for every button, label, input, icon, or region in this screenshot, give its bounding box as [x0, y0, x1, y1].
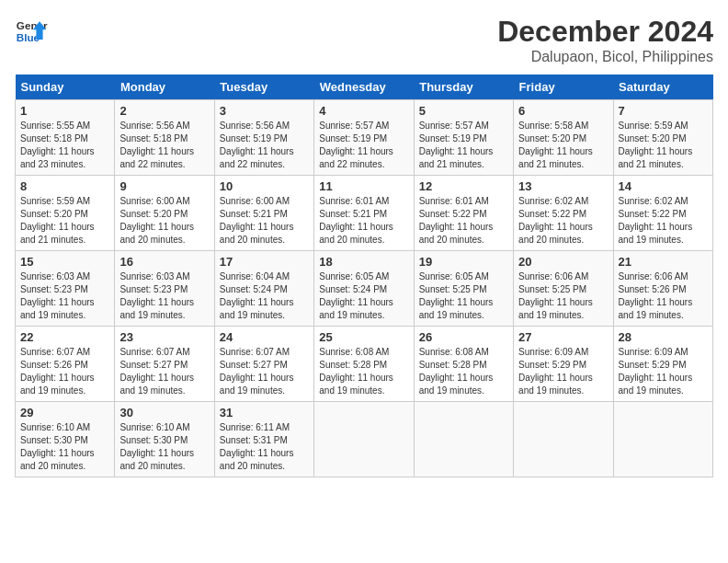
day-cell: 23 Sunrise: 6:07 AMSunset: 5:27 PMDaylig… [115, 327, 214, 402]
day-number: 7 [619, 104, 708, 118]
day-cell: 11 Sunrise: 6:01 AMSunset: 5:21 PMDaylig… [314, 176, 414, 251]
day-cell: 5 Sunrise: 5:57 AMSunset: 5:19 PMDayligh… [414, 100, 513, 176]
title-area: December 2024 Dalupaon, Bicol, Philippin… [497, 15, 713, 65]
day-info: Sunrise: 6:05 AMSunset: 5:24 PMDaylight:… [319, 271, 393, 320]
day-info: Sunrise: 6:06 AMSunset: 5:26 PMDaylight:… [619, 271, 693, 320]
day-number: 12 [419, 179, 508, 193]
day-info: Sunrise: 6:00 AMSunset: 5:21 PMDaylight:… [220, 196, 294, 245]
svg-text:General: General [17, 19, 48, 31]
day-number: 22 [20, 330, 109, 344]
day-cell: 21 Sunrise: 6:06 AMSunset: 5:26 PMDaylig… [613, 251, 712, 327]
day-cell [613, 402, 712, 477]
day-number: 17 [220, 255, 309, 269]
day-number: 14 [619, 179, 708, 193]
month-title: December 2024 [497, 15, 713, 49]
logo: General Blue [15, 15, 48, 48]
day-cell: 16 Sunrise: 6:03 AMSunset: 5:23 PMDaylig… [115, 251, 214, 327]
day-cell [514, 402, 613, 477]
day-info: Sunrise: 6:09 AMSunset: 5:29 PMDaylight:… [619, 347, 693, 396]
week-row-1: 1 Sunrise: 5:55 AMSunset: 5:18 PMDayligh… [16, 100, 713, 176]
day-cell: 9 Sunrise: 6:00 AMSunset: 5:20 PMDayligh… [115, 176, 214, 251]
day-info: Sunrise: 6:07 AMSunset: 5:27 PMDaylight:… [119, 347, 194, 396]
day-cell: 24 Sunrise: 6:07 AMSunset: 5:27 PMDaylig… [214, 327, 313, 402]
day-info: Sunrise: 6:06 AMSunset: 5:25 PMDaylight:… [518, 271, 593, 320]
day-info: Sunrise: 5:57 AMSunset: 5:19 PMDaylight:… [419, 121, 494, 169]
day-info: Sunrise: 6:02 AMSunset: 5:22 PMDaylight:… [518, 196, 593, 245]
day-info: Sunrise: 6:01 AMSunset: 5:22 PMDaylight:… [419, 196, 494, 245]
col-header-thursday: Thursday [414, 75, 513, 100]
day-number: 24 [220, 330, 309, 344]
day-number: 2 [119, 104, 209, 118]
day-info: Sunrise: 5:56 AMSunset: 5:18 PMDaylight:… [119, 121, 194, 169]
day-info: Sunrise: 6:00 AMSunset: 5:20 PMDaylight:… [119, 196, 194, 245]
day-cell: 1 Sunrise: 5:55 AMSunset: 5:18 PMDayligh… [16, 100, 115, 176]
day-number: 15 [20, 255, 109, 269]
week-row-5: 29 Sunrise: 6:10 AMSunset: 5:30 PMDaylig… [16, 402, 713, 477]
day-info: Sunrise: 6:03 AMSunset: 5:23 PMDaylight:… [20, 271, 95, 320]
week-row-3: 15 Sunrise: 6:03 AMSunset: 5:23 PMDaylig… [16, 251, 713, 327]
day-number: 11 [319, 179, 408, 193]
day-number: 20 [518, 255, 608, 269]
day-number: 23 [119, 330, 209, 344]
col-header-wednesday: Wednesday [314, 75, 414, 100]
day-number: 1 [20, 104, 109, 118]
day-info: Sunrise: 6:07 AMSunset: 5:26 PMDaylight:… [20, 347, 95, 396]
day-number: 3 [220, 104, 309, 118]
col-header-friday: Friday [514, 75, 613, 100]
day-cell: 18 Sunrise: 6:05 AMSunset: 5:24 PMDaylig… [314, 251, 414, 327]
day-cell: 8 Sunrise: 5:59 AMSunset: 5:20 PMDayligh… [16, 176, 115, 251]
day-cell: 7 Sunrise: 5:59 AMSunset: 5:20 PMDayligh… [613, 100, 712, 176]
day-cell [414, 402, 513, 477]
day-number: 8 [20, 179, 109, 193]
location-subtitle: Dalupaon, Bicol, Philippines [497, 49, 713, 65]
day-cell: 2 Sunrise: 5:56 AMSunset: 5:18 PMDayligh… [115, 100, 214, 176]
day-info: Sunrise: 5:58 AMSunset: 5:20 PMDaylight:… [518, 121, 593, 169]
day-number: 25 [319, 330, 408, 344]
day-info: Sunrise: 5:59 AMSunset: 5:20 PMDaylight:… [619, 121, 693, 169]
header: General Blue December 2024 Dalupaon, Bic… [15, 15, 713, 65]
day-number: 21 [619, 255, 708, 269]
day-cell: 6 Sunrise: 5:58 AMSunset: 5:20 PMDayligh… [514, 100, 613, 176]
day-info: Sunrise: 6:07 AMSunset: 5:27 PMDaylight:… [220, 347, 294, 396]
day-cell: 3 Sunrise: 5:56 AMSunset: 5:19 PMDayligh… [214, 100, 313, 176]
day-info: Sunrise: 6:03 AMSunset: 5:23 PMDaylight:… [119, 271, 194, 320]
day-number: 4 [319, 104, 408, 118]
day-info: Sunrise: 6:08 AMSunset: 5:28 PMDaylight:… [419, 347, 494, 396]
day-number: 10 [220, 179, 309, 193]
day-cell: 13 Sunrise: 6:02 AMSunset: 5:22 PMDaylig… [514, 176, 613, 251]
col-header-tuesday: Tuesday [214, 75, 313, 100]
day-info: Sunrise: 6:08 AMSunset: 5:28 PMDaylight:… [319, 347, 393, 396]
day-info: Sunrise: 6:10 AMSunset: 5:30 PMDaylight:… [20, 422, 95, 471]
day-cell: 12 Sunrise: 6:01 AMSunset: 5:22 PMDaylig… [414, 176, 513, 251]
day-cell: 14 Sunrise: 6:02 AMSunset: 5:22 PMDaylig… [613, 176, 712, 251]
calendar-table: SundayMondayTuesdayWednesdayThursdayFrid… [15, 75, 713, 477]
week-row-2: 8 Sunrise: 5:59 AMSunset: 5:20 PMDayligh… [16, 176, 713, 251]
day-number: 26 [419, 330, 508, 344]
logo-icon: General Blue [15, 15, 48, 48]
day-info: Sunrise: 6:02 AMSunset: 5:22 PMDaylight:… [619, 196, 693, 245]
day-number: 27 [518, 330, 608, 344]
day-info: Sunrise: 6:04 AMSunset: 5:24 PMDaylight:… [220, 271, 294, 320]
day-info: Sunrise: 6:05 AMSunset: 5:25 PMDaylight:… [419, 271, 494, 320]
day-cell: 15 Sunrise: 6:03 AMSunset: 5:23 PMDaylig… [16, 251, 115, 327]
day-number: 13 [518, 179, 608, 193]
day-number: 6 [518, 104, 608, 118]
day-cell: 25 Sunrise: 6:08 AMSunset: 5:28 PMDaylig… [314, 327, 414, 402]
day-number: 9 [119, 179, 209, 193]
day-cell: 19 Sunrise: 6:05 AMSunset: 5:25 PMDaylig… [414, 251, 513, 327]
day-info: Sunrise: 5:56 AMSunset: 5:19 PMDaylight:… [220, 121, 294, 169]
day-number: 18 [319, 255, 408, 269]
day-info: Sunrise: 6:10 AMSunset: 5:30 PMDaylight:… [119, 422, 194, 471]
header-row: SundayMondayTuesdayWednesdayThursdayFrid… [16, 75, 713, 100]
day-number: 5 [419, 104, 508, 118]
day-number: 31 [220, 406, 309, 419]
day-cell: 30 Sunrise: 6:10 AMSunset: 5:30 PMDaylig… [115, 402, 214, 477]
col-header-saturday: Saturday [613, 75, 712, 100]
col-header-monday: Monday [115, 75, 214, 100]
day-info: Sunrise: 5:57 AMSunset: 5:19 PMDaylight:… [319, 121, 393, 169]
day-cell [314, 402, 414, 477]
day-cell: 29 Sunrise: 6:10 AMSunset: 5:30 PMDaylig… [16, 402, 115, 477]
day-info: Sunrise: 5:59 AMSunset: 5:20 PMDaylight:… [20, 196, 95, 245]
week-row-4: 22 Sunrise: 6:07 AMSunset: 5:26 PMDaylig… [16, 327, 713, 402]
day-cell: 22 Sunrise: 6:07 AMSunset: 5:26 PMDaylig… [16, 327, 115, 402]
